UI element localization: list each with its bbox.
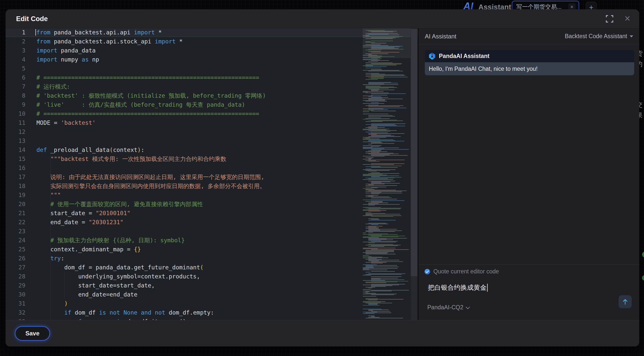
code-line[interactable]: 29 start_date=start_date, — [6, 281, 418, 290]
scrollbar-thumb[interactable] — [411, 29, 417, 276]
editor-scrollbar[interactable] — [411, 28, 417, 320]
code-line[interactable]: 10# ====================================… — [6, 109, 418, 118]
code-line[interactable]: 27 dom_df = panda_data.get_future_domina… — [6, 263, 418, 272]
code-line[interactable]: 28 underlying_symbol=context.products, — [6, 272, 418, 281]
chevron-down-icon — [630, 35, 633, 37]
quote-code-label: Quote current editor code — [433, 268, 499, 275]
editor-caret — [35, 29, 36, 36]
code-line[interactable]: 21 start_date = "20100101" — [6, 209, 418, 218]
modal-footer: Save — [6, 320, 639, 346]
code-line[interactable]: 3import panda_data — [6, 46, 418, 55]
model-selector[interactable]: PandaAI-CQ2 — [427, 304, 469, 311]
save-button[interactable]: Save — [15, 326, 50, 341]
code-editor[interactable]: 1from panda_backtest.api.api import *2fr… — [6, 28, 418, 320]
code-line[interactable]: 14def _preload_all_data(context): — [6, 145, 418, 154]
fullscreen-icon[interactable] — [606, 15, 613, 23]
code-line[interactable]: 9# 'live' : 仿真/实盘模式 (before_trading 每天查 … — [6, 100, 418, 109]
code-line[interactable]: 17 说明: 由于此处无法直接访问回测区间起止日期, 这里采用一个足够宽的日期范… — [6, 172, 418, 182]
modal-title: Edit Code — [16, 15, 48, 23]
input-area-divider — [419, 264, 639, 265]
code-line[interactable]: 33 for _, row in dom_df.iterrows(): — [6, 317, 418, 320]
minimap[interactable] — [363, 28, 410, 320]
message-author: PandaAI Assistant — [439, 53, 489, 60]
code-line[interactable]: 32 if dom_df is not None and not dom_df.… — [6, 308, 418, 317]
code-line[interactable]: 13 — [6, 136, 418, 145]
message-body: Hello, I'm PandaAI Chat, nice to meet yo… — [425, 62, 634, 75]
code-line[interactable]: 19 """ — [6, 191, 418, 200]
chat-input-value: 把白银合约换成黄金 — [428, 283, 487, 292]
code-line[interactable]: 23 — [6, 227, 418, 236]
code-line[interactable]: 18 实际回测引擎只会在自身回测区间内使用到对应日期的数据, 多余部分不会被引用… — [6, 182, 418, 191]
code-line[interactable]: 8# 'backtest' : 极致性能模式 (initialize 预加载, … — [6, 91, 418, 100]
code-line[interactable]: 12 — [6, 127, 418, 136]
code-line[interactable]: 2from panda_backtest.api.stock_api impor… — [6, 37, 418, 46]
quote-code-toggle[interactable]: Quote current editor code — [424, 268, 499, 275]
assistant-title: AI Assistant — [425, 33, 456, 40]
code-line[interactable]: 11MODE = 'backtest' — [6, 118, 418, 127]
code-line[interactable]: 5 — [6, 64, 418, 73]
code-line[interactable]: 25 context._dominant_map = {} — [6, 245, 418, 254]
status-dot — [642, 275, 644, 281]
text-cursor — [487, 284, 488, 292]
code-line[interactable]: 20 # 使用一个覆盖面较宽的区间, 避免直接依赖引擎内部属性 — [6, 200, 418, 209]
pandaai-logo-icon — [428, 52, 436, 60]
chat-input[interactable]: 把白银合约换成黄金 — [428, 283, 488, 292]
chat-area: PandaAI Assistant Hello, I'm PandaAI Cha… — [419, 44, 639, 264]
ai-assistant-panel: AI Assistant Backtest Code Assistant — [419, 28, 639, 320]
code-line[interactable]: 7# 运行模式: — [6, 82, 418, 91]
modal-body: 1from panda_backtest.api.api import *2fr… — [6, 28, 639, 320]
app-canvas: AI Assistant 写一个期货交易... × + 货约交果 Edit Co… — [0, 0, 644, 356]
send-button[interactable] — [619, 295, 632, 308]
code-line[interactable]: 24 # 预加载主力合约映射 {(品种, 日期): symbol} — [6, 236, 418, 245]
message-card-header: PandaAI Assistant — [425, 50, 634, 62]
code-lines: 1from panda_backtest.api.api import *2fr… — [6, 28, 418, 320]
assistant-header: AI Assistant Backtest Code Assistant — [419, 28, 639, 44]
model-selector-label: PandaAI-CQ2 — [427, 304, 463, 311]
code-line[interactable]: 22 end_date = "20301231" — [6, 218, 418, 227]
agent-selector[interactable]: Backtest Code Assistant — [565, 33, 633, 40]
message-text: Hello, I'm PandaAI Chat, nice to meet yo… — [429, 66, 538, 72]
code-line[interactable]: 31 ) — [6, 299, 418, 308]
code-line[interactable]: 15 """backtest 模式专用: 一次性预加载全区间主力合约和合约乘数 — [6, 154, 418, 163]
code-line[interactable]: 30 end_date=end_date — [6, 290, 418, 299]
close-icon[interactable]: × — [623, 15, 632, 23]
code-line[interactable]: 1from panda_backtest.api.api import * — [6, 28, 418, 37]
assistant-message-card: PandaAI Assistant Hello, I'm PandaAI Cha… — [425, 50, 634, 75]
code-line[interactable]: 4import numpy as np — [6, 55, 418, 64]
code-line[interactable]: 16 — [6, 163, 418, 172]
check-icon[interactable] — [424, 269, 430, 275]
modal-header: Edit Code × — [6, 9, 639, 28]
agent-selector-label: Backtest Code Assistant — [565, 33, 627, 40]
code-line[interactable]: 26 try: — [6, 254, 418, 263]
code-line[interactable]: 6# =====================================… — [6, 73, 418, 82]
chevron-down-icon — [466, 305, 470, 309]
edit-code-modal: Edit Code × 1from panda_backtest.api.api… — [6, 9, 639, 346]
status-dot — [642, 252, 644, 257]
